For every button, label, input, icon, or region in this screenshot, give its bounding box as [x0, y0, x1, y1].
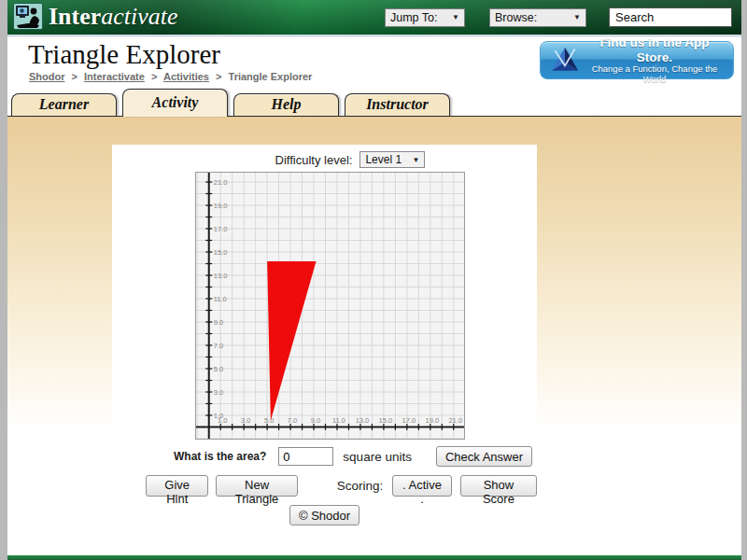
bottom-green-bar	[7, 555, 741, 560]
give-hint-button[interactable]: Give Hint	[146, 475, 208, 497]
breadcrumb-separator: >	[151, 71, 157, 82]
svg-text:3.0: 3.0	[241, 416, 250, 425]
tab-instructor[interactable]: Instructor	[345, 93, 450, 116]
svg-text:11.0: 11.0	[214, 295, 227, 303]
title-bar: Triangle Explorer Shodor > Interactivate…	[7, 37, 741, 86]
triangle-shape	[267, 261, 316, 421]
area-input[interactable]	[278, 447, 333, 466]
activity-panel: Difficulty level: Level 1 ▼ 1.03.05.07.0…	[112, 145, 537, 512]
shodor-copyright-button[interactable]: © Shodor	[289, 505, 359, 525]
area-question-label: What is the area?	[174, 450, 266, 463]
site-header: Interactivate Jump To: ▼ Browse: ▼	[7, 0, 741, 35]
svg-text:13.0: 13.0	[356, 416, 370, 425]
browse-label: Browse:	[495, 11, 537, 24]
logo-text-activate: activate	[101, 3, 177, 30]
scoring-label: Scoring:	[337, 479, 384, 493]
tab-bar: Learner Activity Help Instructor	[7, 86, 741, 117]
tab-activity[interactable]: Activity	[122, 89, 228, 117]
svg-text:13.0: 13.0	[214, 272, 228, 280]
triangle-graph-svg: 1.03.05.07.09.011.013.015.017.019.021.01…	[196, 173, 464, 439]
svg-text:9.0: 9.0	[311, 416, 320, 425]
square-units-label: square units	[343, 450, 412, 464]
svg-text:15.0: 15.0	[379, 416, 393, 425]
jump-to-label: Jump To:	[390, 11, 438, 24]
person-at-computer-icon	[13, 3, 43, 30]
app-store-line2: Change a Function, Change the World	[582, 64, 727, 85]
browse-select[interactable]: Browse: ▼	[489, 8, 586, 27]
check-answer-button[interactable]: Check Answer	[436, 446, 532, 467]
breadcrumb-link-activities[interactable]: Activities	[163, 71, 209, 82]
action-buttons-row: Give Hint New Triangle Scoring: . Active…	[146, 475, 537, 497]
show-score-button[interactable]: Show Score	[460, 475, 537, 497]
breadcrumb-link-shodor[interactable]: Shodor	[29, 71, 65, 82]
interactivate-logo[interactable]: Interactivate	[13, 3, 178, 30]
breadcrumb-separator: >	[216, 71, 221, 82]
svg-text:1.0: 1.0	[218, 416, 227, 425]
activity-tab-content: Difficulty level: Level 1 ▼ 1.03.05.07.0…	[7, 117, 741, 555]
search-input[interactable]	[609, 7, 732, 27]
copyright-row: © Shodor	[112, 505, 537, 525]
difficulty-label: Difficulty level:	[275, 153, 353, 167]
triangle-coordinate-grid: 1.03.05.07.09.011.013.015.017.019.021.01…	[195, 172, 465, 440]
page: Interactivate Jump To: ▼ Browse: ▼ Trian…	[7, 0, 741, 560]
difficulty-select[interactable]: Level 1 ▼	[359, 151, 425, 168]
svg-text:21.0: 21.0	[448, 416, 462, 425]
svg-text:5.0: 5.0	[214, 365, 223, 373]
svg-text:5.0: 5.0	[264, 416, 274, 425]
breadcrumb-current: Triangle Explorer	[229, 71, 313, 82]
scoring-active-button[interactable]: . Active .	[392, 475, 452, 497]
svg-text:3.0: 3.0	[214, 388, 223, 397]
chevron-down-icon: ▼	[407, 156, 420, 164]
svg-text:7.0: 7.0	[288, 416, 297, 425]
chevron-down-icon: ▼	[446, 13, 459, 21]
svg-text:19.0: 19.0	[214, 202, 228, 210]
app-store-line1: Find us in the App Store.	[582, 35, 727, 64]
svg-text:17.0: 17.0	[402, 416, 416, 425]
svg-text:11.0: 11.0	[332, 416, 345, 425]
svg-text:9.0: 9.0	[214, 318, 223, 327]
svg-text:15.0: 15.0	[214, 248, 228, 257]
area-question-row: What is the area? square units Check Ans…	[174, 446, 537, 467]
logo-text: Interactivate	[49, 3, 178, 30]
difficulty-row: Difficulty level: Level 1 ▼	[112, 149, 537, 170]
svg-text:17.0: 17.0	[214, 225, 228, 233]
tab-learner[interactable]: Learner	[11, 93, 117, 116]
svg-text:21.0: 21.0	[214, 178, 228, 187]
jump-to-select[interactable]: Jump To: ▼	[385, 8, 465, 27]
app-store-badge[interactable]: Find us in the App Store. Change a Funct…	[540, 41, 734, 79]
new-triangle-button[interactable]: New Triangle	[216, 475, 297, 497]
svg-text:19.0: 19.0	[426, 416, 440, 425]
app-store-text: Find us in the App Store. Change a Funct…	[582, 35, 727, 85]
header-controls: Jump To: ▼ Browse: ▼	[385, 7, 732, 27]
chevron-down-icon: ▼	[568, 13, 581, 21]
logo-text-inter: Inter	[49, 3, 101, 30]
interactivate-triangle-logo-icon	[548, 46, 582, 76]
difficulty-value: Level 1	[365, 153, 402, 166]
breadcrumb-separator: >	[72, 71, 78, 82]
breadcrumb: Shodor > Interactivate > Activities > Tr…	[29, 71, 312, 82]
tab-help[interactable]: Help	[233, 93, 339, 116]
breadcrumb-link-interactivate[interactable]: Interactivate	[84, 71, 145, 82]
svg-text:7.0: 7.0	[214, 342, 223, 350]
page-title: Triangle Explorer	[28, 39, 220, 70]
